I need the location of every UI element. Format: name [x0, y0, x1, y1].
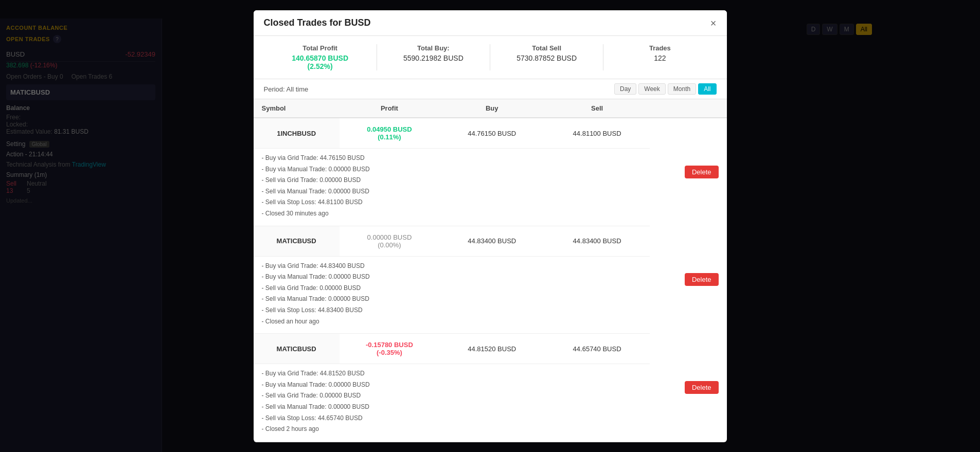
- col-action: [650, 99, 727, 118]
- col-symbol: Symbol: [254, 99, 340, 118]
- modal-close-button[interactable]: ×: [710, 18, 717, 28]
- col-buy: Buy: [439, 99, 544, 118]
- trade-buy: 134.73080 BUSD: [439, 441, 544, 442]
- trade-row: MATICBUSD -0.15780 BUSD(-0.35%) 44.81520…: [254, 334, 727, 364]
- trade-details: - Buy via Grid Trade: 44.81520 BUSD- Buy…: [254, 364, 650, 442]
- trade-sell: 44.83400 BUSD: [544, 226, 649, 256]
- modal-header: Closed Trades for BUSD ×: [254, 10, 727, 36]
- trade-details: - Buy via Grid Trade: 44.76150 BUSD- Buy…: [254, 149, 650, 226]
- total-buy-item: Total Buy: 5590.21982 BUSD: [377, 44, 490, 70]
- total-sell-value: 5730.87852 BUSD: [490, 54, 603, 62]
- trade-delete-cell: Delete: [650, 118, 727, 226]
- trade-symbol: 1INCHBUSD: [254, 118, 340, 149]
- closed-trades-modal: Closed Trades for BUSD × Total Profit 14…: [254, 10, 727, 442]
- delete-button[interactable]: Delete: [685, 381, 719, 394]
- modal-summary: Total Profit 140.65870 BUSD (2.52%) Tota…: [254, 36, 727, 79]
- trade-symbol: MATICBUSD: [254, 226, 340, 256]
- trades-table: Symbol Profit Buy Sell 1INCHBUSD 0.04950…: [254, 99, 727, 442]
- trade-row: 1INCHBUSD 0.04950 BUSD(0.11%) 44.76150 B…: [254, 118, 727, 149]
- trade-profit: -0.15780 BUSD(-0.35%): [340, 334, 439, 364]
- trades-label: Trades: [603, 44, 716, 52]
- total-profit-value: 140.65870 BUSD (2.52%): [264, 54, 377, 70]
- trade-delete-cell: Delete: [650, 226, 727, 334]
- trade-sell: 145.92000 BUSD: [544, 441, 649, 442]
- trade-buy: 44.76150 BUSD: [439, 118, 544, 149]
- modal-title: Closed Trades for BUSD: [264, 17, 371, 28]
- trade-profit: 11.18920 BUSD(8.30%): [340, 441, 439, 442]
- trade-details: - Buy via Grid Trade: 44.83400 BUSD- Buy…: [254, 256, 650, 334]
- delete-button[interactable]: Delete: [685, 166, 719, 178]
- trade-profit: 0.00000 BUSD(0.00%): [340, 226, 439, 256]
- delete-button[interactable]: Delete: [685, 273, 719, 286]
- filter-month[interactable]: Month: [668, 83, 696, 95]
- total-profit-label: Total Profit: [264, 44, 377, 52]
- trade-buy: 44.83400 BUSD: [439, 226, 544, 256]
- trade-symbol: MATICBUSD: [254, 441, 340, 442]
- trade-buy: 44.81520 BUSD: [439, 334, 544, 364]
- filter-day[interactable]: Day: [614, 83, 636, 95]
- total-buy-value: 5590.21982 BUSD: [377, 54, 490, 62]
- period-filter-row: Period: All time Day Week Month All: [254, 79, 727, 99]
- modal-body: Symbol Profit Buy Sell 1INCHBUSD 0.04950…: [254, 99, 727, 442]
- trade-sell: 44.65740 BUSD: [544, 334, 649, 364]
- col-profit: Profit: [340, 99, 439, 118]
- modal-overlay: Closed Trades for BUSD × Total Profit 14…: [0, 0, 980, 452]
- total-sell-label: Total Sell: [490, 44, 603, 52]
- trade-symbol: MATICBUSD: [254, 334, 340, 364]
- filter-week[interactable]: Week: [638, 83, 665, 95]
- trade-row: MATICBUSD 0.00000 BUSD(0.00%) 44.83400 B…: [254, 226, 727, 256]
- trade-profit: 0.04950 BUSD(0.11%): [340, 118, 439, 149]
- trade-delete-cell: Delete: [650, 441, 727, 442]
- trade-row: MATICBUSD 11.18920 BUSD(8.30%) 134.73080…: [254, 441, 727, 442]
- total-buy-label: Total Buy:: [377, 44, 490, 52]
- trades-item: Trades 122: [603, 44, 716, 70]
- period-filters: Day Week Month All: [614, 83, 717, 95]
- total-sell-item: Total Sell 5730.87852 BUSD: [490, 44, 603, 70]
- total-profit-item: Total Profit 140.65870 BUSD (2.52%): [264, 44, 377, 70]
- trades-count: 122: [603, 54, 716, 62]
- period-text: Period: All time: [264, 85, 309, 93]
- trade-delete-cell: Delete: [650, 334, 727, 442]
- trade-sell: 44.81100 BUSD: [544, 118, 649, 149]
- col-sell: Sell: [544, 99, 649, 118]
- filter-all[interactable]: All: [698, 83, 716, 95]
